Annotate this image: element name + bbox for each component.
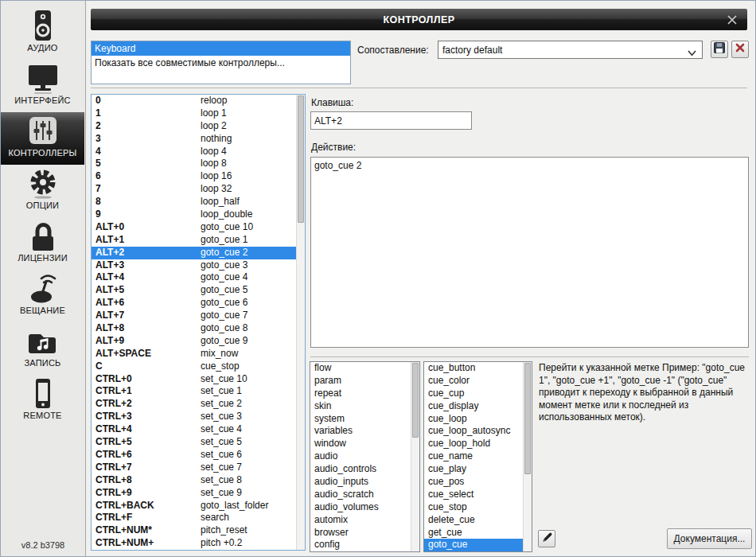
sidebar-item-broadcast[interactable]: ВЕЩАНИЕ — [1, 270, 84, 322]
keymap-row[interactable]: CTRL+6set_cue 6 — [92, 449, 305, 462]
action-item[interactable]: cue_pos — [424, 476, 532, 489]
keymap-row[interactable]: CTRL+4set_cue 4 — [92, 423, 305, 436]
keymap-row[interactable]: CTRL+8set_cue 8 — [92, 474, 305, 487]
sidebar-item-audio[interactable]: АУДИО — [1, 7, 84, 60]
group-item[interactable]: audio_inputs — [310, 476, 419, 489]
keymap-row[interactable]: CTRL+7set_cue 7 — [92, 462, 305, 474]
keymap-row[interactable]: ALT+2goto_cue 2 — [92, 247, 305, 259]
action-item[interactable]: cue_color — [424, 375, 532, 388]
sidebar-item-licenses[interactable]: ЛИЦЕНЗИИ — [1, 217, 84, 270]
action-item[interactable]: cue_play — [424, 463, 532, 476]
sidebar-item-interface[interactable]: ИНТЕРФЕЙС — [1, 60, 84, 112]
keymap-row[interactable]: CTRL+9set_cue 9 — [92, 487, 305, 500]
action-item[interactable]: get_cue — [424, 527, 532, 539]
groups-scrollbar[interactable] — [411, 362, 419, 551]
keymap-row[interactable]: ALT+3goto_cue 3 — [92, 259, 305, 272]
action-item[interactable]: cue_select — [424, 489, 532, 501]
keymap-row[interactable]: ALT+9goto_cue 9 — [92, 335, 305, 348]
keymap-row[interactable]: ALT+8goto_cue 8 — [92, 322, 305, 335]
keymap-row[interactable]: CTRL+Fsearch — [92, 512, 305, 524]
action-item[interactable]: cue_cup — [424, 388, 532, 400]
keymap-row[interactable]: CTRL+0set_cue 10 — [92, 373, 305, 386]
action-textarea[interactable]: goto_cue 2 — [310, 157, 749, 348]
controller-item[interactable]: Keyboard — [92, 41, 350, 56]
keymap-list[interactable]: 0reloop1loop 12loop 23nothing4loop 45loo… — [91, 94, 306, 551]
keymap-row[interactable]: 2loop 2 — [92, 120, 305, 133]
actions-scrollbar[interactable] — [523, 362, 532, 551]
keymap-action: goto_cue 7 — [201, 310, 247, 321]
keymap-row[interactable]: 7loop 32 — [92, 183, 305, 196]
group-item[interactable]: audio — [310, 450, 419, 463]
sidebar-item-remote[interactable]: REMOTE — [1, 375, 84, 427]
save-mapping-button[interactable] — [711, 41, 728, 58]
group-item[interactable]: window — [310, 438, 419, 450]
keymap-scrollbar[interactable] — [296, 95, 305, 550]
keymap-row[interactable]: CTRL+BACKgoto_last_folder — [92, 500, 305, 512]
keymap-row[interactable]: CTRL+2set_cue 2 — [92, 398, 305, 411]
key-input[interactable] — [310, 111, 472, 130]
edit-button[interactable] — [538, 530, 555, 547]
controller-list[interactable]: KeyboardПоказать все совместимые контрол… — [91, 41, 351, 84]
actions-list[interactable]: cue_buttoncue_colorcue_cupcue_displaycue… — [423, 361, 532, 552]
keymap-row[interactable]: ALT+7goto_cue 7 — [92, 310, 305, 322]
group-item[interactable]: audio_volumes — [310, 501, 419, 514]
keymap-row[interactable]: ALT+5goto_cue 5 — [92, 284, 305, 297]
group-item[interactable]: browser — [310, 527, 419, 539]
group-item[interactable]: system — [310, 413, 419, 426]
keymap-row[interactable]: 9loop_double — [92, 208, 305, 221]
group-item[interactable]: audio_scratch — [310, 489, 419, 501]
keymap-row[interactable]: CTRL+1set_cue 1 — [92, 385, 305, 398]
documentation-button[interactable]: Документация... — [667, 528, 752, 549]
action-item[interactable]: cue_display — [424, 400, 532, 413]
action-item[interactable]: cue_button — [424, 362, 532, 375]
group-item[interactable]: param — [310, 375, 419, 388]
keymap-row[interactable]: CTRL+NUM*pitch_reset — [92, 524, 305, 537]
action-groups-list[interactable]: flowparamrepeatskinsystemvariableswindow… — [310, 361, 420, 552]
keymap-row[interactable]: 8loop_half — [92, 196, 305, 208]
scrollbar-thumb[interactable] — [412, 363, 419, 438]
action-item[interactable]: cue_loop_hold — [424, 438, 532, 450]
group-item[interactable]: flow — [310, 362, 419, 375]
group-item[interactable]: audio_controls — [310, 463, 419, 476]
group-item[interactable]: config — [310, 539, 419, 551]
group-item[interactable]: repeat — [310, 388, 419, 400]
keymap-row[interactable]: ALT+1goto_cue 1 — [92, 234, 305, 247]
scrollbar-thumb[interactable] — [524, 363, 531, 474]
keymap-row[interactable]: 6loop 16 — [92, 170, 305, 183]
keymap-row[interactable]: 0reloop — [92, 95, 305, 107]
keymap-row[interactable]: CTRL+NUM+pitch +0.2 — [92, 537, 305, 550]
close-icon[interactable] — [727, 14, 738, 25]
keymap-row[interactable]: 1loop 1 — [92, 107, 305, 120]
keymap-row[interactable]: ALT+0goto_cue 10 — [92, 221, 305, 234]
keymap-key: ALT+3 — [95, 259, 201, 272]
action-item[interactable]: cue_loop — [424, 413, 532, 426]
sidebar-label: ЗАПИСЬ — [1, 358, 84, 368]
delete-mapping-button[interactable] — [731, 41, 749, 58]
controller-item[interactable]: Показать все совместимые контроллеры... — [92, 56, 350, 70]
group-item[interactable]: automix — [310, 514, 419, 527]
sidebar-item-controllers[interactable]: КОНТРОЛЛЕРЫ — [1, 112, 84, 165]
keymap-row[interactable]: Ccue_stop — [92, 360, 305, 373]
keymap-row[interactable]: CTRL+5set_cue 5 — [92, 436, 305, 449]
scrollbar-thumb[interactable] — [298, 95, 304, 223]
sidebar-item-options[interactable]: ОПЦИИ — [1, 165, 84, 217]
keymap-row[interactable]: 3nothing — [92, 133, 305, 146]
keymap-action: set_cue 2 — [201, 398, 242, 409]
action-item[interactable]: goto_cue — [424, 539, 532, 551]
keymap-row[interactable]: ALT+6goto_cue 6 — [92, 297, 305, 310]
action-item[interactable]: cue_loop_autosync — [424, 425, 532, 438]
keymap-row[interactable]: ALT+4goto_cue 4 — [92, 271, 305, 284]
group-item[interactable]: skin — [310, 400, 419, 413]
action-item[interactable]: delete_cue — [424, 514, 532, 527]
keymap-row[interactable]: 4loop 4 — [92, 146, 305, 158]
keymap-row[interactable]: ALT+SPACEmix_now — [92, 348, 305, 360]
action-item[interactable]: cue_stop — [424, 501, 532, 514]
mapping-select[interactable]: factory default — [438, 41, 703, 59]
keymap-key: CTRL+6 — [95, 449, 201, 462]
keymap-row[interactable]: 5loop 8 — [92, 158, 305, 170]
sidebar-label: АУДИО — [1, 43, 84, 53]
keymap-row[interactable]: CTRL+3set_cue 3 — [92, 411, 305, 423]
action-item[interactable]: cue_name — [424, 450, 532, 463]
sidebar-item-record[interactable]: ЗАПИСЬ — [1, 322, 84, 375]
group-item[interactable]: variables — [310, 425, 419, 438]
